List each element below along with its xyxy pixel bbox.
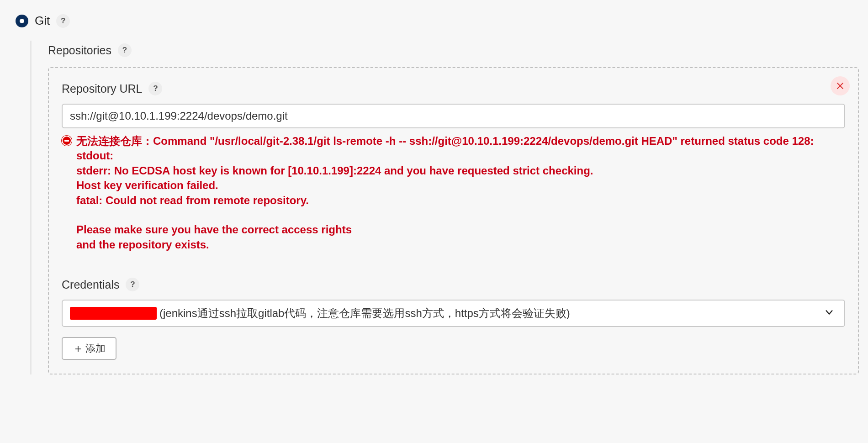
scm-git-option[interactable]: Git ?	[9, 14, 859, 28]
add-button-label: 添加	[85, 342, 106, 355]
help-icon[interactable]: ?	[148, 82, 162, 95]
add-credential-button[interactable]: ＋ 添加	[62, 337, 116, 360]
credentials-selected-text: (jenkins通过ssh拉取gitlab代码，注意仓库需要选用ssh方式，ht…	[159, 306, 570, 321]
help-icon[interactable]: ?	[56, 14, 70, 28]
repository-url-input[interactable]	[62, 104, 845, 128]
scm-option-label: Git	[35, 14, 50, 28]
repositories-header: Repositories ?	[48, 43, 859, 57]
help-icon[interactable]: ?	[126, 278, 139, 291]
remove-repository-button[interactable]	[831, 76, 850, 95]
close-icon	[836, 82, 844, 90]
credentials-section: Credentials ? (jenkins通过ssh拉取gitlab代码，注意…	[62, 278, 845, 360]
repositories-label: Repositories	[48, 44, 111, 57]
redacted-credential-name	[70, 307, 157, 320]
radio-selected-icon	[16, 15, 28, 27]
plus-icon: ＋	[73, 343, 84, 354]
repo-url-label: Repository URL	[62, 82, 142, 95]
repo-url-error-text: 无法连接仓库：Command "/usr/local/git-2.38.1/gi…	[76, 134, 814, 252]
git-config-section: Repositories ? Repository URL ? 无法连接仓库：C…	[30, 41, 859, 374]
credentials-select[interactable]: (jenkins通过ssh拉取gitlab代码，注意仓库需要选用ssh方式，ht…	[62, 300, 845, 327]
repo-url-error: 无法连接仓库：Command "/usr/local/git-2.38.1/gi…	[62, 134, 845, 252]
repo-url-header: Repository URL ?	[62, 82, 845, 95]
credentials-label: Credentials	[62, 278, 119, 291]
error-icon	[62, 136, 72, 146]
help-icon[interactable]: ?	[118, 43, 132, 57]
chevron-down-icon	[824, 307, 834, 319]
repository-entry: Repository URL ? 无法连接仓库：Command "/usr/lo…	[48, 67, 859, 374]
credentials-header: Credentials ?	[62, 278, 845, 291]
